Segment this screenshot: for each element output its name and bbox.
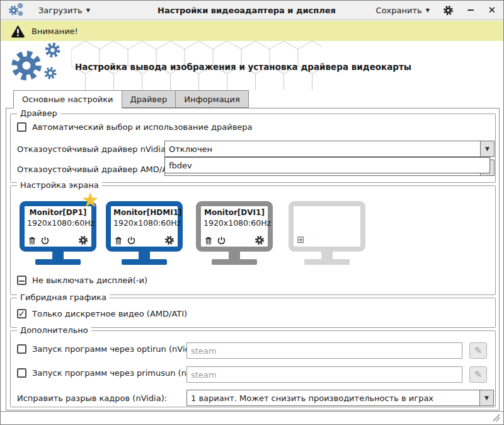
monitor-name: Monitor[DVI1] [203, 208, 265, 217]
nvidia-failsafe-value: Отключен [165, 144, 480, 154]
header-subtitle: Настройка вывода изображения и установка… [75, 62, 411, 72]
power-icon[interactable] [40, 236, 50, 245]
nvidia-failsafe-dropdown-button[interactable]: ▼ [480, 141, 494, 156]
primusun-label: Запуск программ через primusun (nVidia): [32, 368, 212, 378]
tearing-label: Исправить разрыв кадров (nVidia): [17, 393, 167, 403]
load-button-label: Загрузить [38, 6, 83, 15]
extra-group-title: Дополнительно [17, 325, 91, 335]
warning-triangle-icon [11, 25, 25, 38]
monitor-dvi1[interactable]: Monitor[DVI1] 1920x1080:60Hz [196, 201, 273, 265]
primusun-row: Запуск программ через primusun (nVidia): [17, 368, 212, 378]
tab-information[interactable]: Информация [175, 90, 248, 108]
trash-icon[interactable] [114, 236, 123, 245]
save-button[interactable]: Сохранить ▼ [376, 6, 430, 15]
gear-icon[interactable] [78, 235, 88, 245]
status-bar [1, 411, 503, 424]
dropdown-arrow-icon: ▼ [485, 146, 490, 152]
pencil-icon: ✎ [474, 370, 483, 380]
app-gears-icon [8, 3, 25, 18]
tearing-combobox[interactable]: 1 вариант. Может снизить производительно… [186, 390, 494, 406]
monitor-resolution: 1920x1080:60Hz [203, 218, 265, 228]
primusun-edit-button[interactable]: ✎ [469, 366, 487, 383]
primusun-input[interactable] [186, 366, 462, 383]
monitor-resolution: 1920x1080:60Hz [27, 218, 89, 228]
header-banner: Настройка вывода изображения и установка… [1, 41, 503, 90]
amd-failsafe-label: Отказоустойчивый драйвер AMD/ATI: [17, 165, 177, 174]
monitor-hdmi1[interactable]: Monitor[HDMI1] 1920x1080:60Hz [106, 201, 183, 265]
driver-group: Драйвер Автоматический выбор и использов… [10, 114, 496, 183]
optirun-label: Запуск программ через optirun (nVidia): [32, 344, 203, 354]
nvidia-failsafe-label: Отказоустойчивый драйвер nVidia: [17, 144, 168, 154]
chevron-down-icon: ▼ [426, 8, 430, 13]
dropdown-option-fbdev[interactable]: fbdev [165, 158, 490, 173]
tearing-dropdown-button[interactable]: ▼ [479, 390, 493, 405]
tearing-value: 1 вариант. Может снизить производительно… [187, 393, 479, 403]
primary-monitor-star-icon: ★ [81, 190, 100, 210]
tab-content-frame: Драйвер Автоматический выбор и использов… [6, 108, 500, 410]
pencil-icon: ✎ [474, 346, 483, 356]
close-button[interactable]: ✕ [488, 6, 496, 15]
monitor-name: Monitor[HDMI1] [113, 208, 175, 217]
trash-icon[interactable] [28, 236, 37, 245]
dropdown-arrow-icon: ▼ [484, 395, 489, 401]
gear-icon[interactable] [255, 235, 265, 245]
optirun-input[interactable] [186, 342, 462, 359]
chevron-down-icon: ▼ [86, 8, 90, 13]
discrete-only-label: Только дискретное видео (AMD/ATI) [32, 309, 187, 318]
tab-bar: Основные настройки Драйвер Информация [13, 90, 249, 108]
driver-group-title: Драйвер [17, 108, 60, 118]
title-bar: Загрузить ▼ Настройки видеоадаптера и ди… [1, 1, 503, 20]
power-icon[interactable] [127, 236, 136, 245]
auto-driver-checkbox-row: Автоматический выбор и использование дра… [17, 122, 253, 132]
keep-display-on-checkbox[interactable]: − [17, 276, 26, 285]
monitor-name: Monitor[DP1] [27, 208, 89, 217]
warning-bar: Внимание! [1, 21, 503, 41]
warning-text: Внимание! [32, 26, 78, 36]
failsafe-dropdown-list: fbdev [164, 157, 490, 173]
tab-driver[interactable]: Драйвер [122, 90, 176, 108]
keep-display-on-label: Не выключать дисплей(-и) [32, 276, 147, 285]
gear-icon[interactable] [164, 235, 175, 245]
trash-icon[interactable] [204, 236, 213, 245]
keep-display-on-row: − Не выключать дисплей(-и) [17, 276, 147, 285]
app-window: Загрузить ▼ Настройки видеоадаптера и ди… [0, 0, 504, 425]
resize-grip[interactable] [492, 414, 500, 422]
power-icon[interactable] [217, 236, 226, 245]
optirun-checkbox[interactable] [17, 344, 26, 354]
load-button[interactable]: Загрузить ▼ [38, 6, 90, 15]
window-title: Настройки видеоадаптера и дисплея [158, 6, 336, 15]
optirun-edit-button[interactable]: ✎ [469, 342, 487, 359]
optirun-row: Запуск программ через optirun (nVidia): [17, 344, 203, 354]
settings-gear-button[interactable] [443, 5, 454, 16]
tab-main-settings[interactable]: Основные настройки [13, 90, 122, 108]
minimize-button[interactable]: − [467, 6, 475, 15]
extra-group: Дополнительно Запуск программ через opti… [10, 330, 496, 407]
auto-driver-label: Автоматический выбор и использование дра… [32, 122, 253, 132]
monitor-add-placeholder[interactable]: ⊞ [289, 201, 365, 265]
primusun-checkbox[interactable] [17, 368, 26, 378]
hybrid-graphics-group: Гибридная графика ✓ Только дискретное ви… [10, 298, 496, 328]
nvidia-failsafe-combobox[interactable]: Отключен ▼ [164, 141, 495, 157]
discrete-only-row: ✓ Только дискретное видео (AMD/ATI) [17, 309, 187, 318]
screen-group: Настройка экрана ★ Monitor[DP1] 1920x108… [10, 185, 496, 295]
add-monitor-icon[interactable]: ⊞ [297, 235, 305, 245]
hybrid-group-title: Гибридная графика [17, 293, 110, 302]
monitor-resolution: 1920x1080:60Hz [113, 218, 175, 228]
save-button-label: Сохранить [376, 6, 422, 15]
auto-driver-checkbox[interactable] [17, 122, 26, 132]
discrete-only-checkbox[interactable]: ✓ [17, 309, 26, 318]
